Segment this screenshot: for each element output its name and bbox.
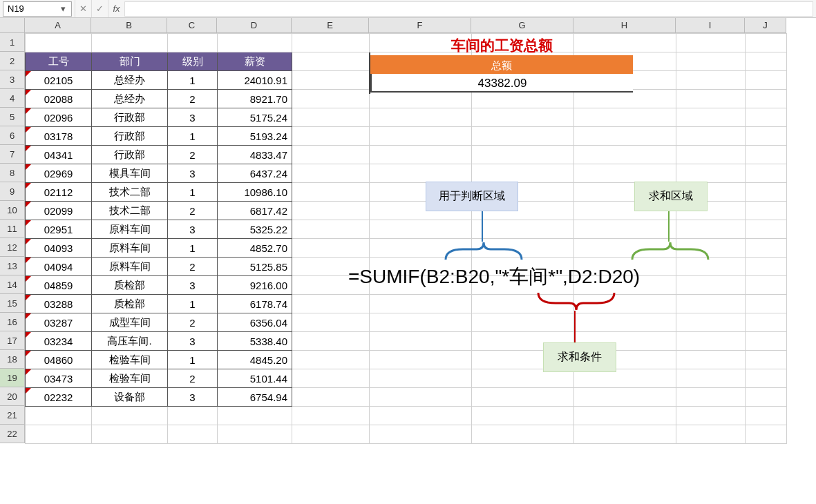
cell-D9[interactable]: 10986.10: [218, 183, 292, 202]
cell-E8[interactable]: [292, 164, 370, 183]
cell-C14[interactable]: 3: [168, 276, 218, 295]
cell-B21[interactable]: [92, 407, 168, 425]
row-header-17[interactable]: 17: [0, 331, 25, 350]
cell-I16[interactable]: [676, 313, 746, 332]
cell-B19[interactable]: 检验车间: [92, 369, 168, 388]
cell-B12[interactable]: 原料车间: [92, 239, 168, 258]
cell-H22[interactable]: [574, 425, 676, 444]
cell-C16[interactable]: 2: [168, 313, 218, 332]
cell-J13[interactable]: [746, 258, 787, 276]
col-header-C[interactable]: C: [167, 18, 217, 33]
col-header-H[interactable]: H: [573, 18, 676, 33]
cell-G7[interactable]: [472, 146, 574, 164]
cell-E2[interactable]: [292, 52, 370, 71]
name-box[interactable]: N19 ▾: [3, 1, 72, 17]
cell-J10[interactable]: [746, 202, 787, 220]
row-header-9[interactable]: 9: [0, 182, 25, 201]
cell-F19[interactable]: [370, 369, 472, 388]
cell-B14[interactable]: 质检部: [92, 276, 168, 295]
cell-B1[interactable]: [92, 34, 168, 52]
cell-G8[interactable]: [472, 164, 574, 183]
row-header-8[interactable]: 8: [0, 164, 25, 182]
cell-D15[interactable]: 6178.74: [218, 295, 292, 313]
cell-H21[interactable]: [574, 407, 676, 425]
cell-A2[interactable]: 工号: [26, 52, 92, 71]
col-header-F[interactable]: F: [369, 18, 471, 33]
cell-H8[interactable]: [574, 164, 676, 183]
cell-F22[interactable]: [370, 425, 472, 444]
row-header-11[interactable]: 11: [0, 220, 25, 238]
cell-I20[interactable]: [676, 388, 746, 407]
cell-H20[interactable]: [574, 388, 676, 407]
cell-A12[interactable]: 04093: [26, 239, 92, 258]
cell-G11[interactable]: [472, 220, 574, 239]
cell-F17[interactable]: [370, 332, 472, 351]
cell-A19[interactable]: 03473: [26, 369, 92, 388]
cell-A7[interactable]: 04341: [26, 146, 92, 164]
cell-C10[interactable]: 2: [168, 202, 218, 220]
cell-D7[interactable]: 4833.47: [218, 146, 292, 164]
cell-D21[interactable]: [218, 407, 292, 425]
cell-B16[interactable]: 成型车间: [92, 313, 168, 332]
cell-C9[interactable]: 1: [168, 183, 218, 202]
cell-J21[interactable]: [746, 407, 787, 425]
cell-J12[interactable]: [746, 239, 787, 258]
cell-D1[interactable]: [218, 34, 292, 52]
row-header-19[interactable]: 19: [0, 369, 25, 387]
cell-C11[interactable]: 3: [168, 220, 218, 239]
cell-B13[interactable]: 原料车间: [92, 258, 168, 276]
cell-E16[interactable]: [292, 313, 370, 332]
cell-D18[interactable]: 4845.20: [218, 351, 292, 369]
cell-H11[interactable]: [574, 220, 676, 239]
cell-I3[interactable]: [676, 71, 746, 90]
cell-C18[interactable]: 1: [168, 351, 218, 369]
cell-A3[interactable]: 02105: [26, 71, 92, 90]
cell-J5[interactable]: [746, 108, 787, 127]
cell-H6[interactable]: [574, 127, 676, 146]
cell-J17[interactable]: [746, 332, 787, 351]
fx-icon[interactable]: fx: [108, 0, 124, 17]
cell-G22[interactable]: [472, 425, 574, 444]
cell-J9[interactable]: [746, 183, 787, 202]
cell-A9[interactable]: 02112: [26, 183, 92, 202]
cell-B10[interactable]: 技术二部: [92, 202, 168, 220]
cell-C4[interactable]: 2: [168, 90, 218, 108]
cell-E12[interactable]: [292, 239, 370, 258]
cancel-formula-icon[interactable]: ✕: [75, 0, 91, 17]
row-header-21[interactable]: 21: [0, 406, 25, 425]
cell-F21[interactable]: [370, 407, 472, 425]
cell-A22[interactable]: [26, 425, 92, 444]
cell-E3[interactable]: [292, 71, 370, 90]
cell-E10[interactable]: [292, 202, 370, 220]
row-header-22[interactable]: 22: [0, 425, 25, 443]
cell-F20[interactable]: [370, 388, 472, 407]
cell-A4[interactable]: 02088: [26, 90, 92, 108]
cell-D14[interactable]: 9216.00: [218, 276, 292, 295]
cell-C22[interactable]: [168, 425, 218, 444]
row-header-15[interactable]: 15: [0, 294, 25, 313]
cell-E9[interactable]: [292, 183, 370, 202]
cell-B3[interactable]: 总经办: [92, 71, 168, 90]
cell-I7[interactable]: [676, 146, 746, 164]
row-header-5[interactable]: 5: [0, 108, 25, 126]
cell-C17[interactable]: 3: [168, 332, 218, 351]
cell-D8[interactable]: 6437.24: [218, 164, 292, 183]
cell-H7[interactable]: [574, 146, 676, 164]
col-header-I[interactable]: I: [676, 18, 745, 33]
cell-B7[interactable]: 行政部: [92, 146, 168, 164]
cell-H16[interactable]: [574, 313, 676, 332]
cell-I1[interactable]: [676, 34, 746, 52]
cell-B17[interactable]: 高压车间.: [92, 332, 168, 351]
cell-G16[interactable]: [472, 313, 574, 332]
cell-J8[interactable]: [746, 164, 787, 183]
cell-I11[interactable]: [676, 220, 746, 239]
cell-C1[interactable]: [168, 34, 218, 52]
cell-C7[interactable]: 2: [168, 146, 218, 164]
cell-E1[interactable]: [292, 34, 370, 52]
cell-E20[interactable]: [292, 388, 370, 407]
col-header-E[interactable]: E: [292, 18, 369, 33]
row-header-3[interactable]: 3: [0, 70, 25, 89]
cell-D6[interactable]: 5193.24: [218, 127, 292, 146]
cell-F15[interactable]: [370, 295, 472, 313]
cell-D3[interactable]: 24010.91: [218, 71, 292, 90]
